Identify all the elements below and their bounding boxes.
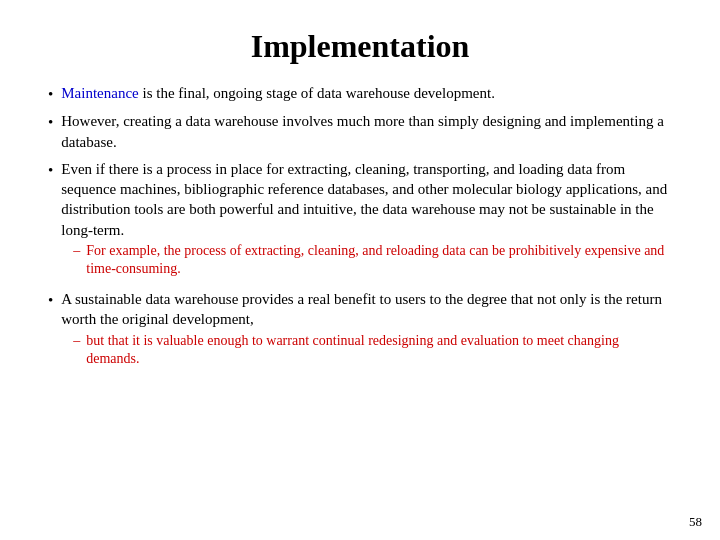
bullet-icon: • [48,84,53,104]
bullet-icon: • [48,290,53,310]
bullet-icon: • [48,112,53,132]
bullet-text: A sustainable data warehouse provides a … [61,289,672,372]
sub-bullet-list: – For example, the process of extracting… [73,242,672,278]
page-number: 58 [689,514,702,530]
list-item: • However, creating a data warehouse inv… [48,111,672,152]
sub-list-item: – but that it is valuable enough to warr… [73,332,672,368]
bullet-text: Maintenance is the final, ongoing stage … [61,83,672,103]
list-item: • Maintenance is the final, ongoing stag… [48,83,672,104]
sub-bullet-list: – but that it is valuable enough to warr… [73,332,672,368]
main-bullet-list: • Maintenance is the final, ongoing stag… [48,83,672,372]
sub-dash-icon: – [73,242,80,260]
list-item: • Even if there is a process in place fo… [48,159,672,282]
slide-content: • Maintenance is the final, ongoing stag… [48,83,672,520]
slide-title: Implementation [48,28,672,65]
bullet-icon: • [48,160,53,180]
bullet-text: Even if there is a process in place for … [61,159,672,282]
sub-bullet-text: but that it is valuable enough to warran… [86,332,672,368]
slide: Implementation • Maintenance is the fina… [0,0,720,540]
sub-bullet-text: For example, the process of extracting, … [86,242,672,278]
sub-list-item: – For example, the process of extracting… [73,242,672,278]
list-item: • A sustainable data warehouse provides … [48,289,672,372]
bullet-text: However, creating a data warehouse invol… [61,111,672,152]
maintenance-link[interactable]: Maintenance [61,85,138,101]
sub-dash-icon: – [73,332,80,350]
